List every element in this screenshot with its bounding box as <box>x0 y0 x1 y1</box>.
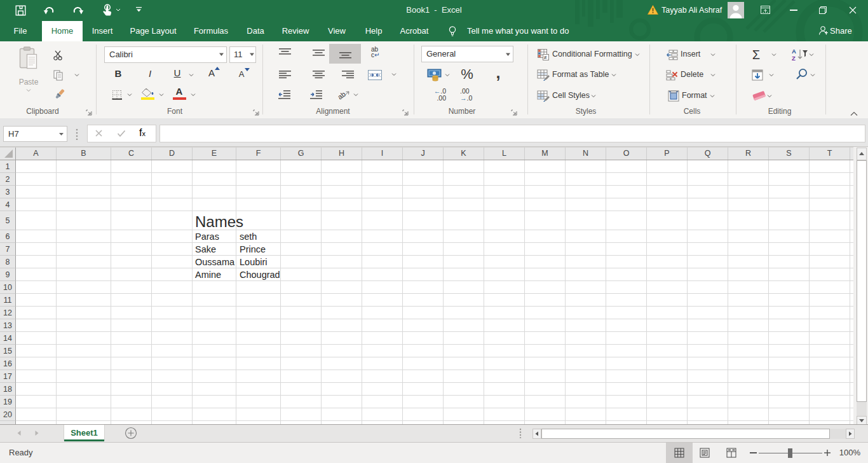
svg-text:ab: ab <box>337 90 347 101</box>
svg-text:≠: ≠ <box>544 54 547 60</box>
svg-text:Z: Z <box>792 55 796 62</box>
svg-text:A: A <box>792 48 796 55</box>
